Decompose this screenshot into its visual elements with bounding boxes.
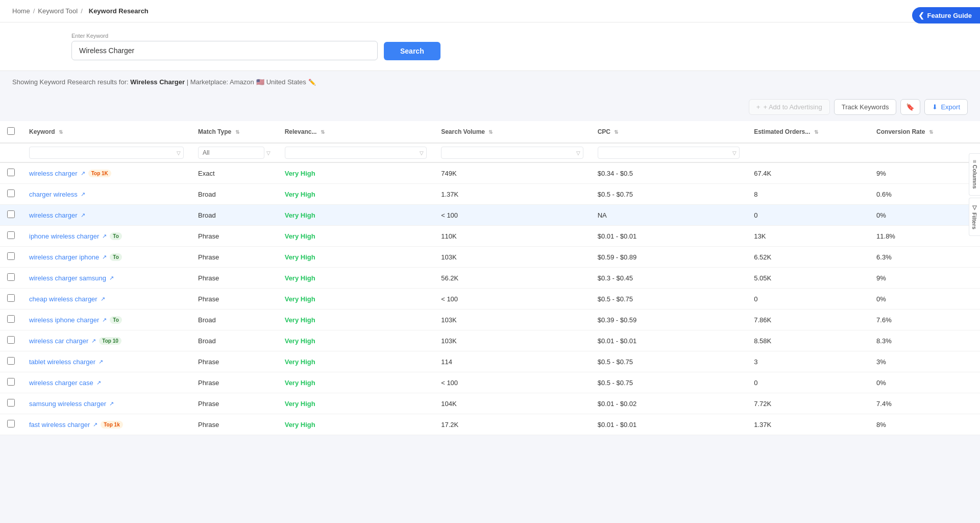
- search-volume-cell: < 100: [434, 372, 591, 393]
- search-row: Enter Keyword Search: [71, 33, 909, 60]
- row-checkbox-7[interactable]: [7, 315, 15, 323]
- relevance-cell: Very High: [278, 393, 434, 414]
- keyword-link[interactable]: wireless charger samsung: [29, 274, 106, 282]
- row-checkbox-2[interactable]: [7, 210, 15, 218]
- toolbar: + + Add to Advertising Track Keywords 🔖 …: [0, 93, 980, 121]
- match-type-filter-select[interactable]: All Exact Broad Phrase: [198, 147, 264, 159]
- table-row: samsung wireless charger ↗ PhraseVery Hi…: [0, 393, 980, 414]
- cpc-cell: NA: [591, 205, 747, 226]
- keyword-link[interactable]: wireless charger iphone: [29, 253, 99, 261]
- match-type-sort-icon: ⇅: [235, 129, 239, 135]
- search-volume-filter-input[interactable]: [441, 147, 583, 159]
- search-volume-cell: 103K: [434, 330, 591, 351]
- col-relevance[interactable]: Relevanc... ⇅: [278, 121, 434, 143]
- external-link-icon[interactable]: ↗: [102, 254, 107, 260]
- side-panel: ≡ Columns ▽ Filters: [969, 153, 980, 238]
- cpc-cell: $0.01 - $0.01: [591, 414, 747, 435]
- cpc-cell: $0.5 - $0.75: [591, 351, 747, 372]
- row-checkbox-5[interactable]: [7, 273, 15, 281]
- keyword-filter-input[interactable]: [29, 147, 184, 159]
- row-checkbox-11[interactable]: [7, 399, 15, 407]
- relevance-cell: Very High: [278, 268, 434, 289]
- col-conversion-rate[interactable]: Conversion Rate ⇅: [869, 121, 980, 143]
- col-search-volume[interactable]: Search Volume ⇅: [434, 121, 591, 143]
- cpc-filter-input[interactable]: [598, 147, 740, 159]
- select-all-header[interactable]: [0, 121, 22, 143]
- row-checkbox-8[interactable]: [7, 336, 15, 344]
- export-label: Export: [941, 103, 960, 111]
- keyword-table: Keyword ⇅ Match Type ⇅ Relevanc... ⇅ Sea…: [0, 121, 980, 435]
- edit-marketplace-icon[interactable]: ✏️: [308, 79, 316, 86]
- row-checkbox-9[interactable]: [7, 357, 15, 365]
- breadcrumb-keyword-tool[interactable]: Keyword Tool: [38, 7, 78, 15]
- row-checkbox-4[interactable]: [7, 252, 15, 260]
- keyword-link[interactable]: tablet wireless charger: [29, 358, 95, 366]
- search-volume-cell: 103K: [434, 247, 591, 268]
- external-link-icon[interactable]: ↗: [93, 421, 97, 428]
- keyword-link[interactable]: fast wireless charger: [29, 421, 90, 429]
- keyword-cell: iphone wireless charger ↗ To: [29, 232, 184, 240]
- filters-panel-button[interactable]: ▽ Filters: [969, 198, 980, 236]
- match-type-cell: Phrase: [191, 268, 278, 289]
- feature-guide-button[interactable]: ❮ Feature Guide: [912, 7, 980, 23]
- cpc-cell: $0.39 - $0.59: [591, 310, 747, 330]
- conversion-rate-cell: 3%: [869, 351, 980, 372]
- keyword-cell: wireless charger case ↗: [29, 379, 184, 387]
- external-link-icon[interactable]: ↗: [99, 359, 103, 365]
- cpc-cell: $0.5 - $0.75: [591, 372, 747, 393]
- keyword-link[interactable]: samsung wireless charger: [29, 400, 106, 408]
- track-keywords-button[interactable]: Track Keywords: [834, 99, 897, 115]
- add-to-advertising-button[interactable]: + + Add to Advertising: [749, 99, 830, 115]
- row-checkbox-1[interactable]: [7, 189, 15, 197]
- estimated-orders-cell: 1.37K: [747, 414, 869, 435]
- col-cpc[interactable]: CPC ⇅: [591, 121, 747, 143]
- keyword-link[interactable]: wireless charger case: [29, 379, 93, 387]
- export-button[interactable]: ⬇ Export: [924, 99, 968, 115]
- match-type-filter-icon: ▽: [266, 150, 271, 156]
- row-checkbox-12[interactable]: [7, 420, 15, 427]
- search-button[interactable]: Search: [384, 42, 440, 60]
- external-link-icon[interactable]: ↗: [81, 212, 85, 219]
- columns-panel-button[interactable]: ≡ Columns: [969, 153, 980, 196]
- row-checkbox-3[interactable]: [7, 231, 15, 239]
- estimated-orders-cell: 6.52K: [747, 247, 869, 268]
- relevance-filter-input[interactable]: [285, 147, 427, 159]
- external-link-icon[interactable]: ↗: [91, 338, 96, 344]
- keyword-link[interactable]: wireless car charger: [29, 337, 88, 345]
- breadcrumb-home[interactable]: Home: [12, 7, 30, 15]
- keyword-link[interactable]: wireless iphone charger: [29, 316, 99, 324]
- search-section: Enter Keyword Search: [0, 22, 980, 71]
- external-link-icon[interactable]: ↗: [101, 296, 105, 302]
- external-link-icon[interactable]: ↗: [102, 317, 107, 323]
- bookmark-button[interactable]: 🔖: [900, 99, 920, 115]
- col-match-type[interactable]: Match Type ⇅: [191, 121, 278, 143]
- external-link-icon[interactable]: ↗: [109, 275, 114, 281]
- row-checkbox-10[interactable]: [7, 378, 15, 386]
- relevance-cell: Very High: [278, 205, 434, 226]
- search-input[interactable]: [71, 41, 378, 60]
- external-link-icon[interactable]: ↗: [102, 233, 107, 240]
- external-link-icon[interactable]: ↗: [81, 170, 85, 177]
- cpc-cell: $0.5 - $0.75: [591, 184, 747, 205]
- keyword-cell: wireless iphone charger ↗ To: [29, 316, 184, 324]
- row-checkbox-6[interactable]: [7, 294, 15, 302]
- row-checkbox-0[interactable]: [7, 169, 15, 176]
- external-link-icon[interactable]: ↗: [109, 400, 114, 407]
- table-row: wireless charger ↗ Top 1K ExactVery High…: [0, 162, 980, 184]
- keyword-link[interactable]: iphone wireless charger: [29, 232, 99, 240]
- keyword-sort-icon: ⇅: [59, 129, 63, 135]
- keyword-link[interactable]: wireless charger: [29, 170, 78, 177]
- external-link-icon[interactable]: ↗: [81, 191, 85, 198]
- keyword-link[interactable]: wireless charger: [29, 211, 78, 219]
- keyword-link[interactable]: charger wireless: [29, 191, 78, 198]
- keyword-link[interactable]: cheap wireless charger: [29, 295, 97, 303]
- conversion-rate-cell: 9%: [869, 268, 980, 289]
- col-keyword[interactable]: Keyword ⇅: [22, 121, 191, 143]
- col-estimated-orders[interactable]: Estimated Orders... ⇅: [747, 121, 869, 143]
- relevance-cell: Very High: [278, 184, 434, 205]
- table-row: charger wireless ↗ BroadVery High1.37K$0…: [0, 184, 980, 205]
- relevance-cell: Very High: [278, 310, 434, 330]
- select-all-checkbox[interactable]: [7, 127, 15, 135]
- match-type-cell: Phrase: [191, 372, 278, 393]
- external-link-icon[interactable]: ↗: [96, 379, 101, 386]
